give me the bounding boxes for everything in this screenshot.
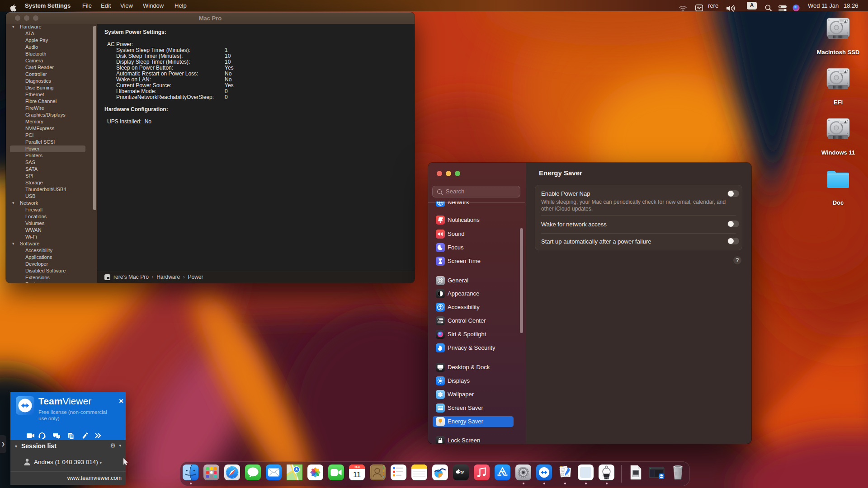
svg-text:tv: tv [461,470,464,474]
svg-text:JAN: JAN [354,466,359,469]
svg-text:11: 11 [353,470,361,479]
